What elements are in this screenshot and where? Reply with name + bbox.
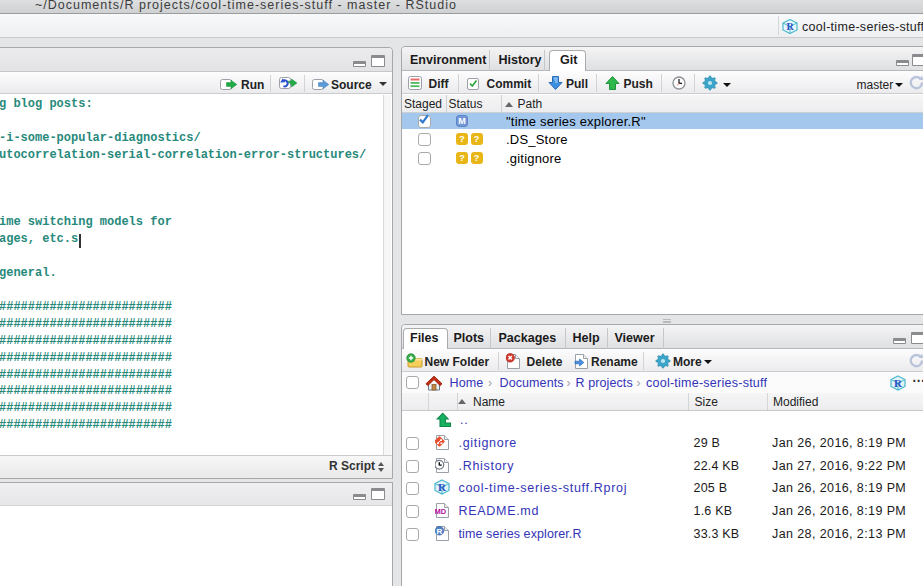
svg-text:R: R — [894, 377, 903, 389]
svg-text:R: R — [786, 21, 794, 32]
svg-text:R: R — [438, 480, 447, 492]
svg-text:MD: MD — [435, 506, 447, 515]
svg-text:R: R — [437, 526, 443, 535]
